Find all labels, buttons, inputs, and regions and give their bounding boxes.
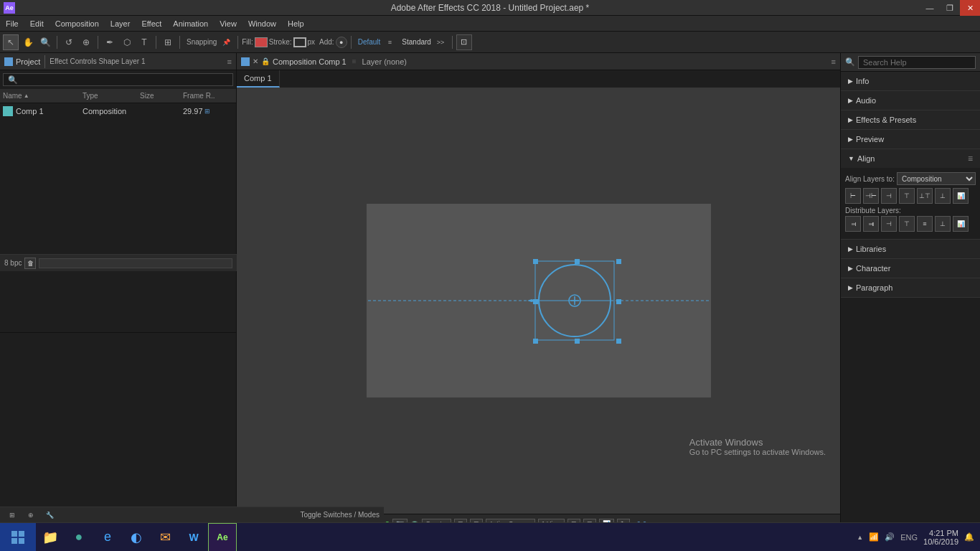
taskbar-explorer[interactable]: 📁	[36, 523, 65, 552]
taskbar-word[interactable]: W	[179, 523, 208, 552]
align-menu-icon[interactable]: ≡	[968, 154, 973, 164]
svg-rect-6	[575, 259, 580, 264]
info-section: ▶ Info	[841, 72, 980, 91]
start-button[interactable]	[0, 523, 36, 552]
tool-text[interactable]: T	[136, 34, 152, 50]
align-top-btn[interactable]: ⊤	[899, 188, 915, 204]
character-chevron: ▶	[848, 265, 853, 272]
right-panel: 🔍 ▶ Info ▶ Audio ▶ Effects & Presets	[840, 53, 980, 535]
dist-center-h-btn[interactable]: ⫥	[863, 216, 879, 232]
info-title[interactable]: ▶ Info	[841, 72, 980, 90]
project-title: Project	[16, 57, 40, 66]
menu-layer[interactable]: Layer	[105, 16, 136, 32]
taskbar-chrome[interactable]: ●	[65, 523, 93, 552]
align-center-h-btn[interactable]: ⊣⊢	[863, 188, 879, 204]
panel-icon[interactable]: ⊡	[456, 34, 472, 50]
effect-controls-tab[interactable]: Effect Controls Shape Layer 1	[50, 57, 145, 65]
tool-mask[interactable]: ⬡	[119, 34, 135, 50]
fill-color[interactable]	[255, 37, 268, 47]
audio-title[interactable]: ▶ Audio	[841, 91, 980, 110]
tl-foot-1[interactable]: ⊞	[4, 507, 20, 523]
dist-bottom-btn[interactable]: ⊥	[935, 216, 951, 232]
dist-col-graph[interactable]: 📊	[953, 216, 969, 232]
comp-panel-menu[interactable]: ≡	[831, 57, 836, 66]
taskbar-hidden-icons[interactable]: ▲	[857, 534, 863, 541]
tool-camera[interactable]: ⊕	[78, 34, 94, 50]
title-bar: Ae Adobe After Effects CC 2018 - Untitle…	[0, 0, 980, 16]
paragraph-title[interactable]: ▶ Paragraph	[841, 278, 980, 297]
minimize-button[interactable]: —	[920, 0, 940, 16]
taskbar-notifications[interactable]: 🔔	[964, 532, 974, 542]
toggle-switches-label[interactable]: Toggle Switches / Modes	[300, 511, 380, 519]
align-right-btn[interactable]: ⊣	[881, 188, 897, 204]
menu-animation[interactable]: Animation	[167, 16, 214, 32]
tool-hand[interactable]: ✋	[20, 34, 36, 50]
toolbar-sep-7	[452, 36, 453, 49]
character-title[interactable]: ▶ Character	[841, 259, 980, 278]
activate-windows-line1: Activate Windows	[689, 437, 826, 448]
svg-rect-8	[533, 299, 538, 304]
menu-help[interactable]: Help	[282, 16, 310, 32]
clock-date: 10/6/2019	[923, 537, 958, 546]
tool-zoom[interactable]: 🔍	[37, 34, 53, 50]
effects-presets-title[interactable]: ▶ Effects & Presets	[841, 110, 980, 129]
taskbar-outlook[interactable]: ✉	[151, 523, 179, 552]
taskbar-edge[interactable]: ◐	[122, 523, 151, 552]
tool-shape[interactable]: ⊞	[160, 34, 176, 50]
comp-tab-1[interactable]: Comp 1	[237, 70, 280, 88]
taskbar-ie[interactable]: e	[93, 523, 122, 552]
search-help-bar: 🔍	[841, 53, 980, 72]
dist-right-btn[interactable]: ⊣	[881, 216, 897, 232]
audio-section: ▶ Audio	[841, 91, 980, 110]
workspace-default: Default	[358, 38, 381, 46]
comp-panel-close[interactable]: ✕	[253, 57, 258, 65]
maximize-button[interactable]: ❐	[940, 0, 960, 16]
tl-foot-3[interactable]: 🔧	[42, 507, 57, 523]
align-bottom-btn[interactable]: ⊥	[935, 188, 951, 204]
stroke-color[interactable]	[293, 37, 306, 47]
libraries-label: Libraries	[856, 245, 886, 253]
project-panel: Project Effect Controls Shape Layer 1 ≡ …	[0, 53, 236, 333]
project-search-input[interactable]	[3, 73, 233, 86]
align-center-v-btn[interactable]: ⊥⊤	[917, 188, 933, 204]
trash-btn[interactable]: 🗑	[24, 258, 36, 269]
workspace-menu[interactable]: ≡	[382, 34, 397, 50]
dist-left-btn[interactable]: ⫤	[845, 216, 861, 232]
align-title[interactable]: ▼ Align ≡	[841, 149, 980, 168]
comp-panel-lock[interactable]: 🔒	[261, 57, 270, 65]
menu-composition[interactable]: Composition	[50, 16, 105, 32]
menu-view[interactable]: View	[214, 16, 242, 32]
search-help-input[interactable]	[858, 56, 976, 69]
menu-edit[interactable]: Edit	[24, 16, 50, 32]
col-name: Name ▲	[3, 92, 83, 100]
align-chevron: ▼	[848, 155, 854, 162]
tool-pen[interactable]: ✒	[102, 34, 118, 50]
snapping-btn[interactable]: 📌	[218, 34, 234, 50]
menu-file[interactable]: File	[0, 16, 24, 32]
composition-panel: ✕ 🔒 Composition Comp 1 ≡ Layer (none) ≡ …	[237, 53, 840, 535]
tool-rotate[interactable]: ↺	[61, 34, 77, 50]
align-col-graph[interactable]: 📊	[953, 188, 969, 204]
effects-presets-label: Effects & Presets	[856, 116, 916, 124]
project-item-comp1[interactable]: Comp 1 Composition 29.97 ⊞	[0, 103, 236, 119]
tool-select[interactable]: ↖	[3, 34, 19, 50]
dist-center-v-btn[interactable]: ≡	[917, 216, 933, 232]
add-btn[interactable]: ●	[336, 37, 347, 48]
close-button[interactable]: ✕	[960, 0, 980, 16]
libraries-title[interactable]: ▶ Libraries	[841, 240, 980, 258]
dist-top-btn[interactable]: ⊤	[899, 216, 915, 232]
svg-rect-11	[575, 339, 580, 344]
taskbar-ae[interactable]: Ae	[208, 523, 237, 552]
menu-effect[interactable]: Effect	[136, 16, 167, 32]
workspace-expand[interactable]: >>	[433, 34, 448, 50]
tl-foot-2[interactable]: ⊕	[23, 507, 39, 523]
comp-tabs: Comp 1	[237, 70, 840, 88]
project-item-name: Comp 1	[3, 106, 83, 116]
align-layers-dropdown[interactable]: Composition	[897, 172, 976, 185]
menu-window[interactable]: Window	[242, 16, 282, 32]
align-left-btn[interactable]: ⊢	[845, 188, 861, 204]
preview-title[interactable]: ▶ Preview	[841, 130, 980, 149]
svg-marker-16	[527, 299, 536, 302]
comp-panel-icon	[241, 57, 250, 66]
project-menu-icon[interactable]: ≡	[227, 57, 232, 66]
